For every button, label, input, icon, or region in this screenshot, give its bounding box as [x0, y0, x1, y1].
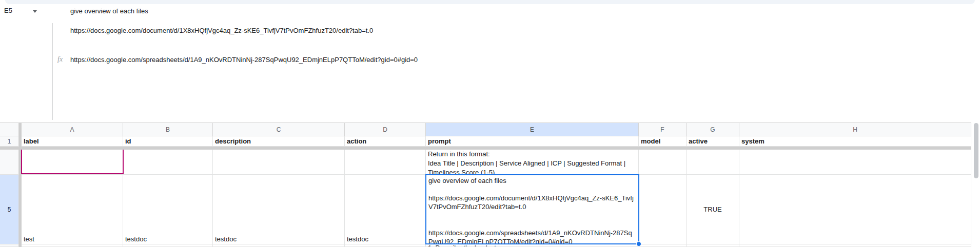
- cell-d5[interactable]: testdoc: [345, 175, 426, 244]
- formula-bar-divider: [52, 23, 53, 120]
- cell-g6-partial[interactable]: [687, 244, 739, 247]
- column-header-e-selected[interactable]: E: [426, 122, 639, 136]
- fx-icon: fx: [57, 55, 63, 64]
- cell-partial-c[interactable]: [213, 150, 345, 175]
- cell-f5[interactable]: [639, 175, 687, 244]
- cell-partial-b[interactable]: [123, 150, 213, 175]
- cell-a1[interactable]: label: [22, 136, 123, 147]
- cell-b5[interactable]: testdoc: [123, 175, 213, 244]
- row-header-5[interactable]: 5: [0, 175, 19, 244]
- cell-g5[interactable]: TRUE: [687, 175, 739, 244]
- cell-g1[interactable]: active: [687, 136, 739, 147]
- column-header-f[interactable]: F: [639, 122, 687, 136]
- cell-partial-f[interactable]: [639, 150, 687, 175]
- fill-handle[interactable]: [636, 241, 641, 246]
- cell-e6-partial[interactable]: 1. Describe the book st: [426, 244, 639, 247]
- cell-h1[interactable]: system: [739, 136, 971, 147]
- column-header-c[interactable]: C: [213, 122, 345, 136]
- cell-f1[interactable]: model: [639, 136, 687, 147]
- cell-partial-h[interactable]: [739, 150, 971, 175]
- row-header-6-partial[interactable]: [0, 244, 19, 247]
- cell-c6-partial[interactable]: [213, 244, 345, 247]
- column-header-b[interactable]: B: [123, 122, 213, 136]
- cell-c5[interactable]: testdoc: [213, 175, 345, 244]
- row-header-partial[interactable]: [0, 150, 19, 175]
- grid-corner-box[interactable]: [0, 122, 19, 136]
- cell-b1[interactable]: id: [123, 136, 213, 147]
- formula-bar-input[interactable]: give overview of each files https://docs…: [70, 6, 418, 65]
- cell-h5[interactable]: [739, 175, 971, 244]
- cell-d1[interactable]: action: [345, 136, 426, 147]
- frozen-row-divider[interactable]: [0, 147, 971, 150]
- name-box-dropdown-icon[interactable]: [33, 10, 37, 13]
- column-header-d[interactable]: D: [345, 122, 426, 136]
- spreadsheet-app: E5 fx give overview of each files https:…: [0, 0, 980, 247]
- cell-partial-e[interactable]: Return in this format: Idea Title | Desc…: [426, 150, 639, 175]
- cell-e1[interactable]: prompt: [426, 136, 639, 147]
- cell-partial-g[interactable]: [687, 150, 739, 175]
- cell-partial-d[interactable]: [345, 150, 426, 175]
- cell-h6-partial[interactable]: [739, 244, 971, 247]
- cell-partial-a[interactable]: [22, 150, 123, 175]
- row-header-1[interactable]: 1: [0, 136, 19, 147]
- name-box[interactable]: E5: [4, 7, 12, 14]
- toolbar-bottom-edge: [5, 0, 975, 4]
- cell-d6-partial[interactable]: [345, 244, 426, 247]
- vertical-scrollbar-thumb[interactable]: [974, 123, 978, 178]
- column-header-a[interactable]: A: [22, 122, 123, 136]
- cell-c1[interactable]: description: [213, 136, 345, 147]
- cell-f6-partial[interactable]: [639, 244, 687, 247]
- cell-b6-partial[interactable]: [123, 244, 213, 247]
- selected-cell-e5[interactable]: give overview of each files https://docs…: [425, 174, 639, 244]
- column-header-g[interactable]: G: [687, 122, 739, 136]
- cell-a5[interactable]: test: [22, 175, 123, 244]
- cell-a6-partial[interactable]: [22, 244, 123, 247]
- column-header-h[interactable]: H: [739, 122, 971, 136]
